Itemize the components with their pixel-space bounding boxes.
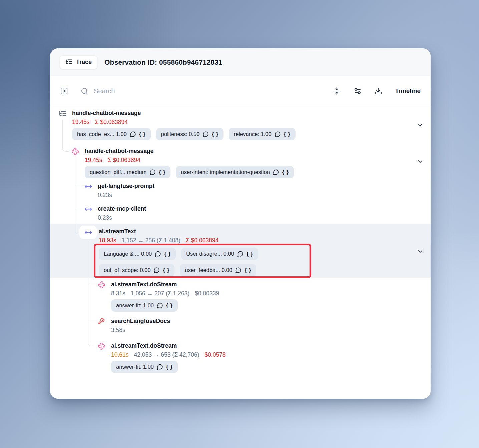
score-badge[interactable]: User disagre... 0.00 { } — [181, 248, 258, 260]
comment-bubble-icon — [155, 251, 161, 257]
braces-icon: { } — [164, 251, 171, 257]
span-row-get-langfuse-prompt[interactable]: get-langfuse-prompt 0.23s — [84, 182, 154, 200]
observation-id-title: Observation ID: 055860b946712831 — [104, 58, 222, 66]
span-fan-icon — [71, 147, 85, 155]
tree-connector — [88, 342, 93, 346]
comment-bubble-icon — [153, 267, 160, 273]
span-duration: 0.23s — [98, 213, 112, 222]
tree-connector — [88, 285, 96, 285]
download-button[interactable] — [374, 87, 382, 95]
span-cost: Σ $0.063894 — [186, 236, 218, 245]
tree-connector — [75, 186, 82, 186]
list-tree-icon — [59, 109, 72, 117]
score-badges: has_code_ex... 1.00 { } politeness: 0.50… — [72, 128, 296, 140]
collapse-row-chevron[interactable] — [416, 248, 424, 256]
comment-bubble-icon — [149, 169, 156, 175]
toolbar: Timeline — [50, 76, 431, 106]
braces-icon: { } — [282, 169, 289, 175]
comment-bubble-icon — [202, 131, 209, 137]
fold-vertical-icon — [333, 87, 341, 95]
settings-sliders-icon — [354, 87, 362, 95]
score-badge[interactable]: politeness: 0.50 { } — [156, 128, 224, 140]
chevron-down-icon — [416, 248, 424, 255]
span-row-handle-chatbot-message[interactable]: handle-chatbot-message 19.45s Σ $0.06389… — [71, 147, 294, 178]
span-title: ai.streamText.doStream — [111, 341, 225, 350]
braces-icon: { } — [166, 303, 173, 309]
span-move-horizontal-icon — [84, 182, 98, 190]
comment-bubble-icon — [157, 364, 163, 370]
span-stats: 10.61s 42,053 → 653 (Σ 42,706) $0.0578 — [111, 350, 225, 359]
span-title: searchLangfuseDocs — [111, 317, 170, 325]
span-title: create-mcp-client — [98, 204, 146, 213]
braces-icon: { } — [163, 267, 169, 273]
fold-vertical-button[interactable] — [333, 87, 341, 95]
collapse-row-chevron[interactable] — [416, 121, 424, 130]
score-badge[interactable]: answer-fit: 1.00 { } — [111, 361, 178, 373]
span-stats: 8.31s 1,056 → 207 (Σ 1,263) $0.00339 — [111, 289, 219, 298]
comment-bubble-icon — [157, 302, 163, 309]
score-badges: Language & ... 0.00 { } User disagre... … — [99, 248, 306, 276]
span-duration: 8.31s — [111, 289, 125, 298]
span-stats: 19.45s Σ $0.063894 — [72, 117, 296, 127]
comment-bubble-icon — [235, 267, 242, 273]
span-fan-icon — [98, 280, 111, 289]
span-title: handle-chatbot-message — [72, 109, 296, 117]
chevron-down-icon — [416, 121, 424, 129]
span-title: ai.streamText — [99, 227, 306, 236]
comment-bubble-icon — [237, 251, 244, 257]
trace-window: Trace Observation ID: 055860b946712831 T… — [50, 48, 431, 399]
settings-button[interactable] — [354, 87, 362, 95]
span-duration: 18.93s — [99, 236, 116, 245]
span-duration: 0.23s — [98, 190, 112, 200]
span-duration: 10.61s — [111, 350, 129, 359]
span-cost: Σ $0.063894 — [95, 117, 128, 127]
braces-icon: { } — [139, 131, 146, 137]
span-row-ai-streamtext-dostream[interactable]: ai.streamText.doStream 10.61s 42,053 → 6… — [98, 341, 225, 373]
score-badge[interactable]: relevance: 1.00 { } — [229, 128, 296, 140]
span-row-create-mcp-client[interactable]: create-mcp-client 0.23s — [84, 204, 146, 222]
score-badge[interactable]: user-intent: implementation-question { } — [176, 166, 294, 178]
tree-connector — [88, 322, 96, 322]
score-badge[interactable]: Language & ... 0.00 { } — [99, 248, 176, 260]
span-move-horizontal-icon — [79, 226, 97, 239]
score-badge[interactable]: user_feedba... 0.00 { } — [180, 264, 256, 276]
span-row-searchlangfusedocs[interactable]: searchLangfuseDocs 3.58s — [98, 317, 170, 335]
braces-icon: { } — [245, 267, 251, 273]
collapse-panel-button[interactable] — [60, 87, 68, 95]
score-badge[interactable]: question_diff... medium { } — [85, 166, 170, 178]
timeline-toggle[interactable]: Timeline — [395, 87, 421, 95]
span-tokens: 1,056 → 207 (Σ 1,263) — [131, 289, 189, 298]
panel-left-close-icon — [60, 87, 68, 95]
span-title: ai.streamText.doStream — [111, 280, 219, 289]
braces-icon: { } — [284, 131, 291, 137]
braces-icon: { } — [159, 169, 165, 175]
search-input[interactable] — [94, 87, 234, 95]
score-badge[interactable]: out_of_scope: 0.00 { } — [99, 264, 174, 276]
span-fan-icon — [98, 341, 111, 350]
span-stats: 18.93s 1,152 → 256 (Σ 1,408) Σ $0.063894 — [99, 236, 306, 245]
tree-connector — [75, 209, 82, 209]
span-row-ai-streamtext-dostream[interactable]: ai.streamText.doStream 8.31s 1,056 → 207… — [98, 280, 219, 312]
comment-bubble-icon — [273, 169, 279, 175]
comment-bubble-icon — [275, 131, 281, 137]
score-badges: question_diff... medium { } user-intent:… — [85, 166, 294, 178]
collapse-row-chevron[interactable] — [416, 158, 424, 166]
score-badges: answer-fit: 1.00 { } — [111, 361, 225, 373]
search-icon — [81, 87, 88, 95]
span-duration: 3.58s — [111, 325, 125, 335]
span-title: get-langfuse-prompt — [98, 182, 154, 190]
span-cost: $0.0578 — [204, 350, 225, 359]
span-cost: $0.00339 — [195, 289, 219, 298]
tool-wrench-icon — [98, 317, 111, 325]
span-row-ai-streamtext[interactable]: ai.streamText 18.93s 1,152 → 256 (Σ 1,40… — [79, 227, 306, 276]
span-row-handle-chatbot-message[interactable]: handle-chatbot-message 19.45s Σ $0.06389… — [59, 109, 296, 140]
braces-icon: { } — [166, 364, 173, 370]
span-title: handle-chatbot-message — [85, 147, 294, 155]
score-badge[interactable]: answer-fit: 1.00 { } — [111, 299, 178, 312]
trace-button[interactable]: Trace — [59, 55, 98, 69]
span-tokens: 1,152 → 256 (Σ 1,408) — [122, 236, 180, 245]
score-badge[interactable]: has_code_ex... 1.00 { } — [72, 128, 151, 140]
span-stats: 3.58s — [111, 325, 170, 335]
trace-tree: handle-chatbot-message 19.45s Σ $0.06389… — [50, 106, 431, 399]
span-move-horizontal-icon — [84, 204, 98, 213]
